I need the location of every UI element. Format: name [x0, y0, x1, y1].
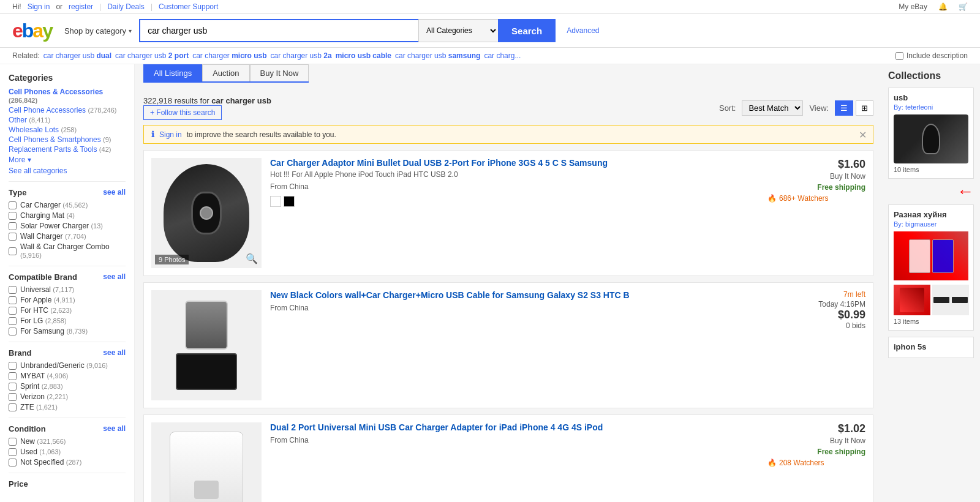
collection-images-usb	[894, 114, 968, 163]
customer-support-link[interactable]: Customer Support	[159, 2, 218, 11]
cat-replacement-parts[interactable]: Replacement Parts & Tools (42)	[9, 145, 126, 154]
compatible-brand-label: Compatible Brand	[9, 272, 77, 282]
advanced-link[interactable]: Advanced	[567, 26, 599, 35]
watchers-count-3: 208 Watchers	[779, 459, 824, 467]
type-charging-mat-checkbox[interactable]	[9, 212, 17, 220]
type-wall-charger: Wall Charger (7,704)	[9, 232, 126, 241]
search-button[interactable]: Search	[498, 19, 556, 42]
cat-cell-phones-smartphones[interactable]: Cell Phones & Smartphones (9)	[9, 135, 126, 144]
collection-card-misc[interactable]: Разная хуйня By: bigmauser	[888, 204, 974, 331]
listing-title-1[interactable]: Car Charger Adaptor Mini Bullet Dual USB…	[270, 158, 759, 168]
listing-price-area-3: $1.02 Buy It Now Free shipping 🔥 208 Wat…	[767, 422, 865, 467]
type-wall-car-combo-label: Wall & Car Charger Combo (5,916)	[20, 242, 126, 260]
related-term-2[interactable]: car charger micro usb	[192, 51, 266, 60]
brand-verizon-checkbox[interactable]	[9, 393, 17, 401]
related-term-4[interactable]: micro usb cable	[336, 51, 391, 60]
type-see-all[interactable]: see all	[103, 188, 126, 197]
results-area: All Listings Auction Buy It Now 322,918 …	[135, 64, 882, 502]
condition-not-specified-checkbox[interactable]	[9, 459, 17, 466]
condition-used-checkbox[interactable]	[9, 448, 17, 456]
listing-price-area-1: $1.60 Buy It Now Free shipping 🔥 686+ Wa…	[767, 158, 865, 203]
brand-zte-checkbox[interactable]	[9, 403, 17, 411]
related-term-0[interactable]: car charger usb dual	[43, 51, 111, 60]
cat-other[interactable]: Other (8,411)	[9, 116, 126, 124]
sort-select[interactable]: Best Match	[742, 100, 803, 116]
listing-buy-type-1: Buy It Now	[767, 172, 865, 181]
include-description-checkbox[interactable]	[895, 52, 903, 60]
cat-cell-phones-accessories[interactable]: Cell Phones & Accessories (286,842)	[9, 88, 126, 105]
listing-shipping-3: Free shipping	[767, 448, 865, 456]
brand-see-all[interactable]: see all	[103, 348, 126, 358]
collection-card-usb[interactable]: usb By: teterleoni 10 items	[888, 88, 974, 179]
brand-unbranded-checkbox[interactable]	[9, 362, 17, 370]
follow-search-button[interactable]: + Follow this search	[143, 105, 222, 120]
signin-bar-text: to improve the search results available …	[187, 130, 336, 139]
related-term-5[interactable]: car charger usb samsung	[395, 51, 480, 60]
collections-title: Collections	[888, 70, 974, 81]
compatible-brand-see-all[interactable]: see all	[103, 272, 126, 282]
brand-filter-title: Brand see all	[9, 348, 126, 358]
swatch-white[interactable]	[270, 196, 281, 207]
view-grid-button[interactable]: ⊞	[856, 100, 873, 116]
collection-name-iphone: iphon 5s	[894, 342, 968, 351]
swatch-black[interactable]	[284, 196, 295, 207]
tab-all-listings[interactable]: All Listings	[143, 64, 202, 81]
zoom-icon-1[interactable]: 🔍	[246, 253, 258, 264]
daily-deals-link[interactable]: Daily Deals	[107, 2, 145, 11]
sort-label: Sort:	[719, 103, 736, 113]
category-select[interactable]: All Categories	[418, 19, 498, 42]
cat-wholesale-lots[interactable]: Wholesale Lots (258)	[9, 126, 126, 134]
tab-auction[interactable]: Auction	[202, 64, 249, 81]
watchers-count-1: 686+ Watchers	[779, 194, 829, 203]
compat-for-lg-label: For LG (2,858)	[20, 317, 67, 325]
brand-mybat-checkbox[interactable]	[9, 372, 17, 380]
cart-icon[interactable]: 🛒	[959, 2, 968, 11]
collection-card-iphone[interactable]: iphon 5s	[888, 337, 974, 358]
compat-universal-checkbox[interactable]	[9, 286, 17, 294]
compat-for-lg-checkbox[interactable]	[9, 317, 17, 325]
cat-cell-phone-accessories[interactable]: Cell Phone Accessories (278,246)	[9, 106, 126, 114]
condition-see-all[interactable]: see all	[103, 424, 126, 433]
brand-sprint-checkbox[interactable]	[9, 383, 17, 391]
signin-bar-link[interactable]: Sign in	[159, 130, 182, 139]
condition-new-checkbox[interactable]	[9, 438, 17, 446]
compatible-brand-filter-section: Compatible Brand see all Universal (7,11…	[9, 272, 126, 335]
condition-filter-section: Condition see all New (321,566) Used (1,…	[9, 424, 126, 466]
listing-tabs: All Listings Auction Buy It Now	[143, 64, 309, 83]
type-car-charger-checkbox[interactable]	[9, 201, 17, 209]
compat-for-samsung-checkbox[interactable]	[9, 328, 17, 335]
or-text: or	[56, 2, 62, 11]
related-term-6[interactable]: car charg...	[484, 51, 521, 60]
related-term-1[interactable]: car charger usb 2 port	[115, 51, 189, 60]
shop-by-category[interactable]: Shop by category ▾	[64, 26, 132, 36]
compat-universal: Universal (7,117)	[9, 285, 126, 294]
more-categories-link[interactable]: More ▾	[9, 155, 31, 164]
type-charging-mat-label: Charging Mat (4)	[20, 211, 75, 220]
tab-buy-it-now[interactable]: Buy It Now	[250, 64, 309, 81]
bell-icon[interactable]: 🔔	[938, 2, 948, 11]
compat-for-lg: For LG (2,858)	[9, 317, 126, 325]
view-toggle: ☰ ⊞	[835, 100, 873, 116]
include-description: Include description	[895, 51, 968, 60]
type-wall-car-combo-checkbox[interactable]	[9, 247, 17, 255]
brand-verizon: Verizon (2,221)	[9, 392, 126, 401]
my-ebay-link[interactable]: My eBay	[899, 2, 927, 11]
close-signin-bar-button[interactable]: ✕	[859, 129, 867, 141]
listing-title-3[interactable]: Dual 2 Port Universal Mini USB Car Charg…	[270, 422, 759, 432]
logo[interactable]: ebay	[12, 20, 52, 42]
listing-title-2[interactable]: New Black Colors wall+Car Charger+Micro …	[270, 290, 759, 300]
register-link[interactable]: register	[69, 2, 93, 11]
compat-for-apple-checkbox[interactable]	[9, 296, 17, 304]
type-solar-power-charger-checkbox[interactable]	[9, 222, 17, 230]
search-input[interactable]	[139, 19, 418, 42]
see-all-categories-link[interactable]: See all categories	[9, 167, 126, 175]
listing-watchers-1: 🔥 686+ Watchers	[767, 194, 865, 203]
listing-origin-3: From China	[270, 436, 759, 444]
type-wall-charger-checkbox[interactable]	[9, 233, 17, 241]
red-arrow-annotation: ←	[888, 182, 974, 201]
view-list-button[interactable]: ☰	[835, 100, 853, 116]
related-term-3[interactable]: car charger usb 2a	[271, 51, 332, 60]
type-solar-power-charger: Car Charger Adaptor Mini Bullet Dual USB…	[9, 222, 126, 230]
compat-for-htc-checkbox[interactable]	[9, 307, 17, 315]
signin-link[interactable]: Sign in	[28, 2, 50, 11]
